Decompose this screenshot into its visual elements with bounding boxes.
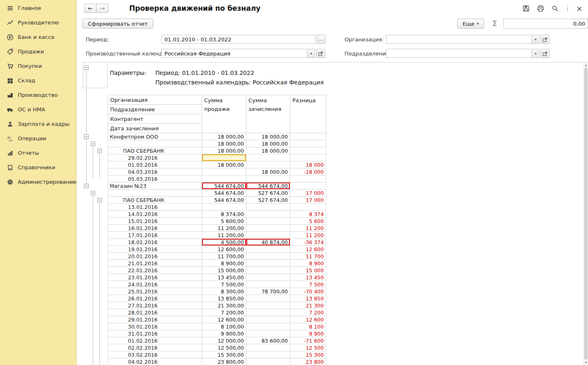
period-input[interactable] — [161, 35, 316, 44]
cell-group[interactable]: 25.01.2016 — [108, 288, 202, 295]
cell-difference[interactable]: 15 000 — [290, 267, 326, 274]
cell-group[interactable]: Магазин №23 — [108, 182, 202, 190]
department-input[interactable] — [386, 49, 532, 58]
sidebar-item-reports[interactable]: Отчеты — [0, 146, 76, 160]
cell-sale-sum[interactable]: 5 600,00 — [202, 218, 246, 225]
cell-sale-sum[interactable]: 13 850,00 — [202, 295, 246, 302]
autosum-icon[interactable]: Σ — [492, 19, 497, 28]
forward-button[interactable]: → — [96, 4, 108, 13]
cell-sale-sum[interactable]: 18 000,00 — [202, 140, 246, 147]
cell-credit-sum[interactable]: 527 674,00 — [246, 190, 290, 197]
cell-group[interactable]: 18.01.2016 — [108, 239, 202, 246]
col-difference[interactable]: Разница — [290, 95, 326, 133]
cell-difference[interactable]: 11 700 — [290, 253, 326, 260]
sidebar-item-operations[interactable]: ДтКтОперации — [0, 131, 76, 146]
calendar-open-button[interactable] — [316, 49, 325, 58]
cell-credit-sum[interactable]: 18 000,00 — [246, 140, 290, 147]
cell-group[interactable]: 03.02.2016 — [108, 351, 202, 358]
cell-group[interactable]: 22.01.2016 — [108, 267, 202, 274]
cell-difference[interactable]: 17 000 — [290, 190, 326, 197]
cell-credit-sum[interactable]: 544 674,00 — [246, 182, 290, 190]
cell-difference[interactable] — [290, 147, 326, 154]
col-counterparty[interactable]: Контрагент — [108, 114, 202, 124]
cell-difference[interactable] — [290, 175, 326, 182]
cell-credit-sum[interactable]: 83 600,00 — [246, 337, 290, 344]
cell-sale-sum[interactable]: 7 200,00 — [202, 309, 246, 316]
cell-sale-sum[interactable]: 12 000,00 — [202, 337, 246, 344]
collapse-toggle[interactable]: − — [97, 198, 102, 202]
cell-difference[interactable]: 8 100 — [290, 323, 326, 330]
cell-group[interactable]: 13.01.2016 — [108, 204, 202, 211]
cell-group[interactable]: 14.01.2016 — [108, 211, 202, 218]
cell-credit-sum[interactable] — [246, 218, 290, 225]
more-button[interactable]: Еще▾ — [457, 19, 484, 29]
cell-credit-sum[interactable] — [246, 211, 290, 218]
cell-difference[interactable]: 13 450 — [290, 274, 326, 281]
cell-group[interactable]: 24.01.2016 — [108, 281, 202, 288]
organization-dropdown-button[interactable]: ▾ — [532, 35, 540, 44]
cell-sale-sum[interactable]: 7 500,00 — [202, 281, 246, 288]
sidebar-item-administration[interactable]: Администрирование — [0, 175, 76, 189]
cell-sale-sum[interactable] — [202, 204, 246, 211]
cell-credit-sum[interactable]: 18 000,00 — [246, 168, 290, 175]
cell-difference[interactable]: 12 500 — [290, 344, 326, 351]
cell-group[interactable]: 04.03.2016 — [108, 168, 202, 175]
cell-group[interactable]: 31.01.2016 — [108, 330, 202, 337]
col-credit-sum[interactable]: Сумма зачисления — [246, 95, 290, 133]
collapse-toggle[interactable]: − — [91, 191, 95, 195]
cell-difference[interactable]: 8 900 — [290, 260, 326, 267]
cell-sale-sum[interactable]: 8 300,00 — [202, 288, 246, 295]
cell-group[interactable]: 30.01.2016 — [108, 323, 202, 330]
cell-sale-sum[interactable]: 12 600,00 — [202, 316, 246, 323]
cell-difference[interactable] — [290, 182, 326, 190]
cell-sale-sum[interactable]: 23 800,00 — [202, 358, 246, 365]
cell-difference[interactable]: 11 200 — [290, 225, 326, 232]
cell-difference[interactable]: 8 374 — [290, 211, 326, 218]
cell-difference[interactable]: 23 800 — [290, 358, 326, 365]
cell-credit-sum[interactable] — [246, 302, 290, 309]
col-sale-sum[interactable]: Сумма продажи — [202, 95, 246, 133]
cell-credit-sum[interactable]: 40 874,00 — [246, 239, 290, 246]
cell-credit-sum[interactable] — [246, 260, 290, 267]
save-icon[interactable] — [522, 4, 530, 12]
cell-sale-sum[interactable]: 544 674,00 — [202, 182, 246, 190]
department-open-button[interactable] — [541, 49, 549, 58]
cell-credit-sum[interactable] — [246, 351, 290, 358]
organization-open-button[interactable] — [541, 35, 549, 44]
cell-difference[interactable]: 13 850 — [290, 295, 326, 302]
cell-difference[interactable] — [290, 204, 326, 211]
cell-credit-sum[interactable] — [246, 161, 290, 168]
calendar-input[interactable] — [161, 49, 307, 58]
department-dropdown-button[interactable]: ▾ — [532, 49, 540, 58]
cell-difference[interactable]: 5 600 — [290, 218, 326, 225]
collapse-toggle[interactable]: − — [84, 134, 89, 139]
cell-difference[interactable]: -36 374 — [290, 239, 326, 246]
cell-credit-sum[interactable] — [246, 154, 290, 161]
cell-group[interactable]: 01.02.2016 — [108, 337, 202, 344]
generate-report-button[interactable]: Сформировать отчет — [82, 19, 153, 29]
col-organization[interactable]: Организация — [108, 95, 202, 105]
sidebar-item-purchases[interactable]: Покупки — [0, 59, 76, 73]
cell-credit-sum[interactable] — [246, 246, 290, 253]
cell-difference[interactable]: 15 300 — [290, 351, 326, 358]
cell-group[interactable]: 23.01.2016 — [108, 274, 202, 281]
cell-sale-sum[interactable]: 11 200,00 — [202, 225, 246, 232]
cell-difference[interactable]: 17 000 — [290, 197, 326, 204]
cell-group[interactable]: 17.01.2016 — [108, 232, 202, 239]
organization-input[interactable] — [386, 35, 532, 44]
col-credit-date[interactable]: Дата зачисления — [108, 124, 202, 133]
scroll-down-icon[interactable]: ▼ — [584, 360, 588, 365]
cell-credit-sum[interactable] — [246, 232, 290, 239]
cell-credit-sum[interactable] — [246, 316, 290, 323]
cell-sale-sum[interactable]: 13 450,00 — [202, 274, 246, 281]
cell-credit-sum[interactable]: 18 000,00 — [246, 147, 290, 154]
cell-sale-sum[interactable]: 544 674,00 — [202, 197, 246, 204]
collapse-toggle[interactable]: − — [91, 142, 95, 146]
print-preview-icon[interactable] — [551, 4, 559, 12]
cell-sale-sum[interactable]: 8 900,00 — [202, 260, 246, 267]
scroll-up-icon[interactable]: ▲ — [584, 62, 588, 67]
cell-group[interactable] — [108, 190, 202, 197]
cell-credit-sum[interactable] — [246, 175, 290, 182]
cell-difference[interactable]: 9 900 — [290, 330, 326, 337]
cell-sale-sum[interactable] — [202, 175, 246, 182]
